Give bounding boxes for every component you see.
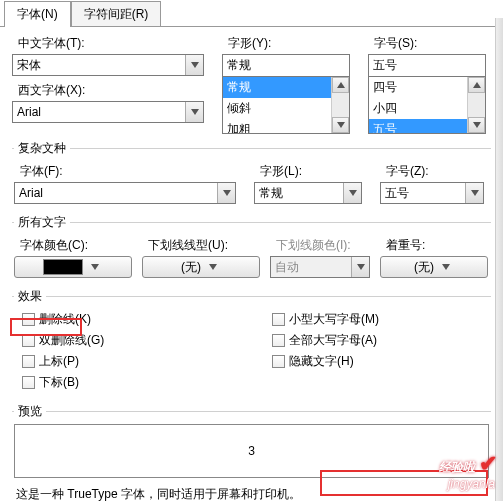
complex-size-value: 五号 <box>381 185 465 202</box>
underline-style-button[interactable]: (无) <box>142 256 260 278</box>
complex-size-label: 字号(Z): <box>386 163 484 180</box>
font-panel: 中文字体(T): 宋体 西文字体(X): Arial 字形(Y): 常规 常规 … <box>0 26 503 501</box>
watermark: 经验啦✔ <box>439 451 497 477</box>
scroll-up-icon[interactable] <box>468 77 485 93</box>
cn-font-label: 中文字体(T): <box>18 35 204 52</box>
style-option[interactable]: 常规 <box>223 77 331 98</box>
hidden-checkbox[interactable]: 隐藏文字(H) <box>272 353 379 370</box>
svg-marker-11 <box>357 264 365 270</box>
west-font-label: 西文字体(X): <box>18 82 204 99</box>
chevron-down-icon <box>438 264 454 270</box>
scroll-down-icon[interactable] <box>332 117 349 133</box>
size-listbox[interactable]: 四号 小四 五号 <box>368 76 486 134</box>
check-icon: ✔ <box>479 451 497 476</box>
alltext-group: 所有文字 字体颜色(C): 下划线线型(U): (无) 下划线颜色(I): <box>12 214 491 282</box>
preview-group: 预览 3 <box>12 403 491 480</box>
preview-sample: 3 <box>248 444 255 458</box>
underline-color-combo: 自动 <box>270 256 370 278</box>
preview-box: 3 <box>14 424 489 478</box>
style-option[interactable]: 加粗 <box>223 119 331 133</box>
svg-marker-2 <box>337 82 345 88</box>
svg-marker-1 <box>191 109 199 115</box>
chevron-down-icon <box>205 264 221 270</box>
subscript-checkbox[interactable]: 下标(B) <box>22 374 264 391</box>
effects-legend: 效果 <box>14 288 46 305</box>
size-option[interactable]: 五号 <box>369 119 467 133</box>
chevron-down-icon <box>87 264 103 270</box>
scrollbar[interactable] <box>331 77 349 133</box>
alltext-legend: 所有文字 <box>14 214 70 231</box>
style-option[interactable]: 倾斜 <box>223 98 331 119</box>
font-note: 这是一种 TrueType 字体，同时适用于屏幕和打印机。 <box>16 486 487 501</box>
underline-style-value: (无) <box>181 259 201 276</box>
size-label: 字号(S): <box>374 35 486 52</box>
svg-marker-0 <box>191 62 199 68</box>
size-option[interactable]: 四号 <box>369 77 467 98</box>
strike-checkbox[interactable]: 删除线(K) <box>22 311 264 328</box>
size-option[interactable]: 小四 <box>369 98 467 119</box>
emphasis-button[interactable]: (无) <box>380 256 488 278</box>
double-strike-checkbox[interactable]: 双删除线(G) <box>22 332 264 349</box>
scroll-up-icon[interactable] <box>332 77 349 93</box>
svg-marker-12 <box>442 264 450 270</box>
svg-marker-9 <box>91 264 99 270</box>
chevron-down-icon[interactable] <box>343 183 361 203</box>
svg-marker-5 <box>473 122 481 128</box>
chevron-down-icon[interactable] <box>217 183 235 203</box>
west-font-combo[interactable]: Arial <box>12 101 204 123</box>
complex-font-value: Arial <box>15 186 217 200</box>
style-listbox[interactable]: 常规 倾斜 加粗 <box>222 76 350 134</box>
tab-spacing[interactable]: 字符间距(R) <box>71 1 162 27</box>
complex-font-label: 字体(F): <box>20 163 236 180</box>
window-scrollbar[interactable] <box>495 18 503 501</box>
scroll-down-icon[interactable] <box>468 117 485 133</box>
svg-marker-7 <box>349 190 357 196</box>
size-value: 五号 <box>369 57 485 74</box>
style-label: 字形(Y): <box>228 35 350 52</box>
svg-marker-8 <box>471 190 479 196</box>
smallcaps-checkbox[interactable]: 小型大写字母(M) <box>272 311 379 328</box>
complex-size-combo[interactable]: 五号 <box>380 182 484 204</box>
complex-group: 复杂文种 字体(F): Arial 字形(L): 常规 字号(Z): 五号 <box>12 140 491 208</box>
svg-marker-6 <box>223 190 231 196</box>
effects-group: 效果 删除线(K) 双删除线(G) 上标(P) 下标(B) 小型大写字母(M) … <box>12 288 491 397</box>
size-input[interactable]: 五号 <box>368 54 486 76</box>
cn-font-value: 宋体 <box>13 57 185 74</box>
chevron-down-icon[interactable] <box>465 183 483 203</box>
emphasis-label: 着重号: <box>386 237 488 254</box>
tab-font[interactable]: 字体(N) <box>4 1 71 27</box>
svg-marker-10 <box>209 264 217 270</box>
scrollbar[interactable] <box>467 77 485 133</box>
chevron-down-icon[interactable] <box>185 55 203 75</box>
font-color-button[interactable] <box>14 256 132 278</box>
style-value: 常规 <box>223 57 349 74</box>
watermark-url: jingyanla <box>448 477 495 491</box>
complex-style-combo[interactable]: 常规 <box>254 182 362 204</box>
color-swatch-icon <box>43 259 83 275</box>
chevron-down-icon[interactable] <box>185 102 203 122</box>
svg-marker-4 <box>473 82 481 88</box>
superscript-checkbox[interactable]: 上标(P) <box>22 353 264 370</box>
style-input[interactable]: 常规 <box>222 54 350 76</box>
svg-marker-3 <box>337 122 345 128</box>
emphasis-value: (无) <box>414 259 434 276</box>
complex-style-value: 常规 <box>255 185 343 202</box>
underline-style-label: 下划线线型(U): <box>148 237 260 254</box>
west-font-value: Arial <box>13 105 185 119</box>
complex-style-label: 字形(L): <box>260 163 362 180</box>
underline-color-label: 下划线颜色(I): <box>276 237 370 254</box>
cn-font-combo[interactable]: 宋体 <box>12 54 204 76</box>
preview-legend: 预览 <box>14 403 46 420</box>
underline-color-value: 自动 <box>271 259 351 276</box>
complex-font-combo[interactable]: Arial <box>14 182 236 204</box>
chevron-down-icon <box>351 257 369 277</box>
complex-legend: 复杂文种 <box>14 140 70 157</box>
font-color-label: 字体颜色(C): <box>20 237 132 254</box>
allcaps-checkbox[interactable]: 全部大写字母(A) <box>272 332 379 349</box>
